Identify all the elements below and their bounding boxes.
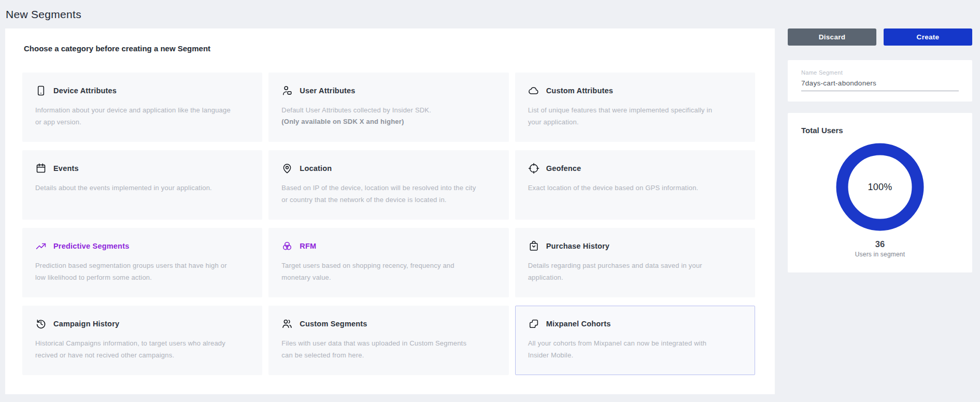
category-description: Exact location of the device based on GP… bbox=[528, 182, 725, 194]
category-card-custom-attributes[interactable]: Custom Attributes List of unique feature… bbox=[515, 73, 755, 142]
events-icon bbox=[35, 163, 47, 174]
purchase-history-icon bbox=[528, 240, 539, 252]
category-card-location[interactable]: Location Based on IP of the device, loca… bbox=[268, 150, 508, 220]
new-segments-page: New Segments Choose a category before cr… bbox=[0, 0, 980, 402]
category-card-predictive-segments[interactable]: Predictive Segments Prediction based seg… bbox=[22, 228, 262, 297]
name-segment-card: Name Segment bbox=[788, 60, 972, 102]
category-title: Campaign History bbox=[53, 320, 119, 328]
action-buttons-row: Discard Create bbox=[788, 28, 972, 46]
category-card-header: User Attributes bbox=[281, 85, 495, 96]
total-users-title: Total Users bbox=[801, 126, 959, 135]
category-card-purchase-history[interactable]: Purchase History Details regarding past … bbox=[515, 228, 755, 297]
category-title: User Attributes bbox=[300, 87, 355, 95]
category-grid: Device Attributes Information about your… bbox=[22, 73, 755, 375]
custom-attributes-icon bbox=[528, 85, 539, 96]
category-description: Based on IP of the device, location will… bbox=[281, 182, 478, 206]
category-card-header: Custom Attributes bbox=[528, 85, 742, 96]
category-card-header: Custom Segments bbox=[281, 318, 495, 329]
geofence-icon bbox=[528, 163, 539, 174]
category-title: Geofence bbox=[546, 164, 581, 173]
category-description: Default User Attributes collected by Ins… bbox=[281, 105, 478, 117]
category-title: Custom Attributes bbox=[546, 87, 613, 95]
users-in-segment-count: 36 bbox=[801, 239, 959, 249]
donut-percent-label: 100% bbox=[836, 143, 924, 231]
category-card-user-attributes[interactable]: User Attributes Default User Attributes … bbox=[268, 73, 508, 142]
category-card-header: Device Attributes bbox=[35, 85, 249, 96]
location-icon bbox=[281, 163, 293, 174]
category-description: Details about the events implemented in … bbox=[35, 182, 232, 194]
category-title: RFM bbox=[300, 242, 316, 250]
category-description: List of unique features that were implem… bbox=[528, 105, 725, 128]
category-card-header: Geofence bbox=[528, 163, 742, 174]
category-card-custom-segments[interactable]: Custom Segments Files with user data tha… bbox=[268, 306, 508, 375]
users-in-segment-caption: Users in segment bbox=[801, 251, 959, 258]
category-card-header: RFM bbox=[281, 240, 495, 252]
category-title: Custom Segments bbox=[300, 320, 367, 328]
name-segment-input[interactable] bbox=[801, 79, 959, 91]
panel-heading: Choose a category before creating a new … bbox=[24, 44, 755, 53]
category-title: Predictive Segments bbox=[53, 242, 129, 250]
category-card-campaign-history[interactable]: Campaign History Historical Campaigns in… bbox=[22, 306, 262, 375]
total-users-card: Total Users 100% 36 Users in segment bbox=[788, 113, 972, 272]
category-description: Files with user data that was uploaded i… bbox=[281, 338, 478, 362]
sidebar: Discard Create Name Segment Total Users … bbox=[788, 28, 972, 272]
category-description: Historical Campaigns information, to tar… bbox=[35, 338, 232, 362]
campaign-history-icon bbox=[35, 318, 47, 329]
category-card-header: Location bbox=[281, 163, 495, 174]
category-card-header: Campaign History bbox=[35, 318, 249, 329]
category-panel: Choose a category before creating a new … bbox=[5, 28, 775, 394]
category-card-mixpanel-cohorts[interactable]: Mixpanel Cohorts All your cohorts from M… bbox=[515, 306, 755, 375]
custom-segments-icon bbox=[281, 318, 293, 329]
category-title: Mixpanel Cohorts bbox=[546, 320, 611, 328]
category-description-note: (Only available on SDK X and higher) bbox=[281, 117, 495, 127]
name-segment-label: Name Segment bbox=[801, 69, 959, 76]
category-description: Details regarding past purchases and dat… bbox=[528, 260, 725, 284]
category-description: Prediction based segmentation groups use… bbox=[35, 260, 232, 284]
category-card-header: Mixpanel Cohorts bbox=[528, 318, 742, 329]
category-title: Events bbox=[53, 164, 79, 173]
category-card-geofence[interactable]: Geofence Exact location of the device ba… bbox=[515, 150, 755, 220]
category-card-events[interactable]: Events Details about the events implemen… bbox=[22, 150, 262, 220]
category-card-device-attributes[interactable]: Device Attributes Information about your… bbox=[22, 73, 262, 142]
category-title: Location bbox=[300, 164, 332, 173]
user-attributes-icon bbox=[281, 85, 293, 96]
category-card-header: Purchase History bbox=[528, 240, 742, 252]
category-description: All your cohorts from Mixpanel can now b… bbox=[528, 338, 725, 362]
category-title: Device Attributes bbox=[53, 87, 117, 95]
predictive-segments-icon bbox=[35, 240, 47, 252]
category-description: Target users based on shopping recency, … bbox=[281, 260, 478, 284]
rfm-icon bbox=[281, 240, 293, 252]
category-title: Purchase History bbox=[546, 242, 609, 250]
create-button[interactable]: Create bbox=[884, 28, 972, 46]
category-card-header: Predictive Segments bbox=[35, 240, 249, 252]
page-title: New Segments bbox=[0, 0, 980, 21]
total-users-donut-chart: 100% bbox=[836, 143, 924, 231]
category-description: Information about your device and applic… bbox=[35, 105, 232, 128]
category-card-rfm[interactable]: RFM Target users based on shopping recen… bbox=[268, 228, 508, 297]
device-attributes-icon bbox=[35, 85, 47, 96]
category-card-header: Events bbox=[35, 163, 249, 174]
content-row: Choose a category before creating a new … bbox=[0, 28, 980, 394]
discard-button[interactable]: Discard bbox=[788, 28, 876, 46]
mixpanel-cohorts-icon bbox=[528, 318, 539, 329]
